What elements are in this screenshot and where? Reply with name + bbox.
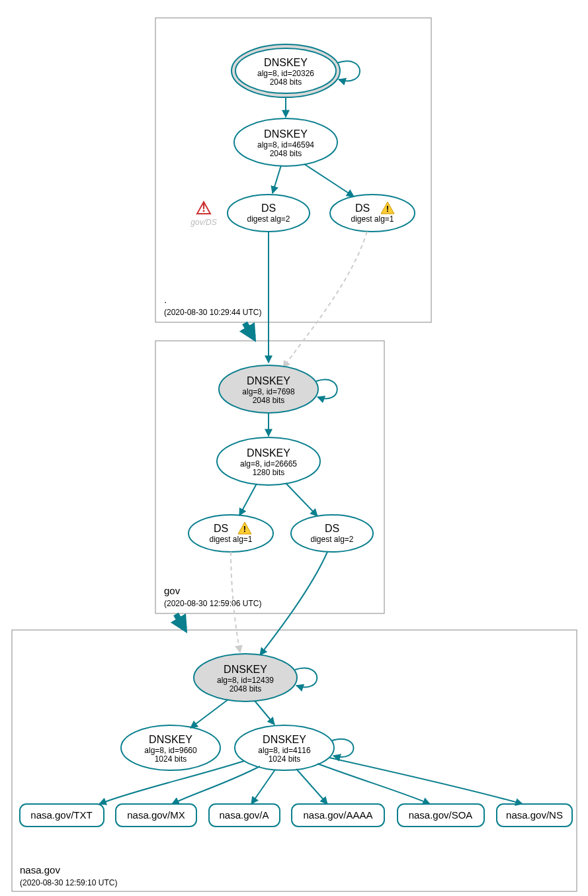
rrset-a: nasa.gov/A: [209, 804, 280, 827]
svg-text:digest alg=2: digest alg=2: [247, 214, 290, 224]
svg-text:nasa.gov/A: nasa.gov/A: [219, 809, 269, 821]
svg-text:1280 bits: 1280 bits: [253, 468, 285, 477]
root-ds2: DS digest alg=2: [228, 195, 310, 232]
gov-ksk: DNSKEY alg=8, id=7698 2048 bits: [219, 365, 318, 413]
svg-text:DNSKEY: DNSKEY: [264, 57, 308, 68]
svg-text:DNSKEY: DNSKEY: [247, 375, 290, 386]
svg-text:2048 bits: 2048 bits: [253, 396, 285, 405]
nasa-zsk2-selfloop: [332, 739, 354, 757]
gov-ds1: DS digest alg=1 !: [189, 515, 273, 552]
zone-root-timestamp: (2020-08-30 10:29:44 UTC): [164, 308, 261, 317]
edge-zone-root-to-gov: [245, 323, 253, 337]
svg-text:!: !: [386, 204, 389, 214]
svg-text:DS: DS: [261, 202, 276, 214]
edge-zone-gov-to-nasa: [176, 614, 185, 629]
root-ksk-selfloop: [337, 61, 360, 81]
edge-zsk2-aaaa: [296, 769, 327, 804]
edge-zsk2-a: [251, 770, 275, 804]
svg-point-12: [330, 195, 415, 232]
edge-nasaksk-zsk2: [255, 701, 274, 725]
zone-gov-timestamp: (2020-08-30 12:59:06 UTC): [164, 599, 261, 608]
rrset-mx: nasa.gov/MX: [116, 804, 196, 827]
zone-root-name: .: [164, 294, 167, 305]
svg-text:2048 bits: 2048 bits: [230, 684, 262, 694]
dnssec-diagram: DNSKEY alg=8, id=20326 2048 bits DNSKEY …: [0, 0, 588, 896]
root-ksk: DNSKEY alg=8, id=20326 2048 bits: [231, 44, 340, 97]
rrset-soa: nasa.gov/SOA: [398, 804, 484, 827]
svg-text:alg=8, id=46594: alg=8, id=46594: [257, 140, 314, 150]
gov-ds-missing-warn: !: [197, 201, 210, 214]
svg-text:!: !: [202, 201, 206, 214]
rrset-aaaa: nasa.gov/AAAA: [292, 804, 384, 827]
svg-text:digest alg=2: digest alg=2: [310, 535, 353, 544]
svg-text:DS: DS: [214, 523, 228, 534]
svg-text:2048 bits: 2048 bits: [270, 149, 302, 158]
gov-ds-label: gov/DS: [190, 218, 216, 227]
svg-text:digest alg=1: digest alg=1: [209, 535, 252, 544]
edge-govzsk-ds1: [239, 484, 257, 515]
svg-text:nasa.gov/NS: nasa.gov/NS: [506, 809, 563, 821]
svg-text:DNSKEY: DNSKEY: [149, 734, 192, 745]
edge-nasaksk-zsk1: [190, 699, 228, 728]
nasa-ksk-selfloop: [295, 668, 317, 688]
edge-rootzsk-ds1: [304, 164, 354, 197]
svg-text:alg=8, id=26665: alg=8, id=26665: [240, 459, 297, 469]
gov-ds2: DS digest alg=2: [291, 515, 373, 552]
svg-text:alg=8, id=12439: alg=8, id=12439: [217, 676, 274, 685]
edge-ds1-to-govksk: [283, 232, 367, 368]
svg-text:alg=8, id=4116: alg=8, id=4116: [258, 746, 311, 755]
rrset-txt: nasa.gov/TXT: [20, 804, 104, 827]
edge-zsk2-ns: [329, 758, 523, 804]
edge-rootzsk-ds2: [273, 165, 281, 193]
zone-nasa-name: nasa.gov: [20, 864, 60, 875]
gov-ksk-selfloop: [316, 380, 337, 399]
svg-text:DNSKEY: DNSKEY: [247, 447, 290, 459]
svg-text:DNSKEY: DNSKEY: [224, 664, 267, 675]
svg-text:alg=8, id=7698: alg=8, id=7698: [242, 387, 295, 396]
svg-text:1024 bits: 1024 bits: [155, 754, 187, 764]
nasa-zsk2: DNSKEY alg=8, id=4116 1024 bits: [235, 725, 334, 770]
svg-text:nasa.gov/SOA: nasa.gov/SOA: [409, 809, 473, 821]
svg-text:digest alg=1: digest alg=1: [351, 214, 394, 224]
root-ds1: DS digest alg=1 !: [330, 195, 415, 232]
svg-text:nasa.gov/AAAA: nasa.gov/AAAA: [303, 809, 372, 821]
edge-govds2-to-nasaksk: [260, 552, 327, 655]
svg-text:alg=8, id=20326: alg=8, id=20326: [257, 69, 314, 78]
root-zsk: DNSKEY alg=8, id=46594 2048 bits: [234, 118, 337, 166]
zone-gov-name: gov: [164, 585, 181, 596]
svg-text:1024 bits: 1024 bits: [269, 754, 301, 764]
zone-nasa-timestamp: (2020-08-30 12:59:10 UTC): [20, 878, 117, 887]
svg-text:DNSKEY: DNSKEY: [263, 734, 306, 745]
svg-point-25: [189, 515, 273, 552]
svg-text:nasa.gov/MX: nasa.gov/MX: [127, 809, 185, 821]
nasa-zsk1: DNSKEY alg=8, id=9660 1024 bits: [121, 725, 220, 770]
svg-text:!: !: [243, 524, 246, 534]
edge-zsk2-soa: [317, 764, 430, 804]
edge-zsk2-mx: [172, 766, 260, 804]
nasa-ksk: DNSKEY alg=8, id=12439 2048 bits: [194, 654, 297, 701]
edge-govzsk-ds2: [286, 483, 317, 516]
svg-text:DS: DS: [355, 202, 370, 214]
gov-zsk: DNSKEY alg=8, id=26665 1280 bits: [217, 437, 320, 485]
svg-text:DNSKEY: DNSKEY: [264, 128, 308, 140]
svg-text:alg=8, id=9660: alg=8, id=9660: [144, 746, 197, 755]
svg-text:nasa.gov/TXT: nasa.gov/TXT: [30, 809, 92, 821]
svg-text:2048 bits: 2048 bits: [270, 77, 302, 87]
svg-text:DS: DS: [325, 523, 339, 534]
rrset-ns: nasa.gov/NS: [497, 804, 572, 827]
